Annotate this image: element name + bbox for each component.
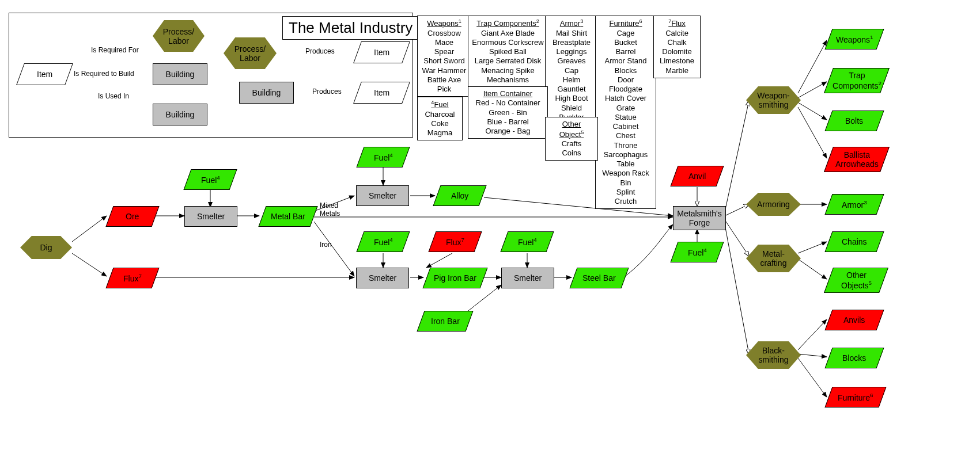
node-fuel2: Fuel4 [356,147,410,167]
node-smelter4: Smelter [501,268,554,288]
node-ore: Ore [105,206,159,227]
info-weapons: Weapons1CrossbowMaceSpearShort SwordWar … [417,16,471,97]
info-other: Other Object5CraftsCoins [545,117,598,161]
out-blocks: Blocks [824,348,884,368]
svg-line-26 [725,101,749,212]
svg-line-33 [798,107,827,158]
svg-line-39 [798,358,827,397]
legend-item: Item [16,63,73,85]
node-fuel5: Fuel4 [670,242,724,262]
node-fuel1: Fuel4 [183,169,237,190]
label-used-in: Is Used In [98,92,129,100]
info-fuel: 4FuelCharcoalCokeMagma [417,97,463,140]
info-furniture: Furniture6CageBucketBarrelArmor StandBlo… [595,16,656,209]
svg-line-28 [725,220,749,256]
svg-line-36 [798,259,827,279]
svg-line-5 [72,216,107,242]
out-armor: Armor3 [824,194,884,215]
node-ironbar: Iron Bar [417,311,473,332]
info-flux: 7FluxCalciteChalkDolomiteLimestoneMarble [653,16,701,78]
svg-line-27 [725,204,749,216]
svg-line-6 [72,253,107,276]
node-smelter3: Smelter [356,268,409,288]
out-weapons: Weapons1 [824,29,884,49]
svg-line-31 [798,82,827,98]
diagram-canvas: The Metal Industry Item Process/ Labor B… [0,0,980,457]
legend-building: Building [153,63,207,85]
legend-item3: Item [353,82,410,104]
label-req-build: Is Required to Build [74,70,134,78]
node-flux2: Flux7 [428,231,482,252]
out-ballista: Ballista Arrowheads [824,147,890,172]
node-flux: Flux7 [105,268,159,288]
label-produces2: Produces [312,87,342,96]
svg-line-18 [426,253,452,268]
node-alloy: Alloy [433,185,486,206]
svg-line-29 [725,224,749,354]
out-furniture: Furniture6 [824,387,886,408]
node-fuel4: Fuel4 [500,231,554,252]
svg-line-30 [798,40,827,93]
svg-line-35 [798,242,827,253]
node-metalbar: Metal Bar [258,206,317,227]
legend-item2: Item [353,41,410,63]
label-iron: Iron [320,241,332,249]
node-smelter1: Smelter [184,206,237,227]
out-anvils: Anvils [824,310,884,330]
node-anvil: Anvil [670,166,724,186]
svg-line-12 [314,222,354,276]
out-trap: Trap Components2 [824,68,890,93]
node-steelbar: Steel Bar [569,268,629,288]
info-container: Item ContainerRed - No ContainerGreen - … [468,86,548,139]
info-list: CrossbowMaceSpearShort SwordWar HammerBa… [422,29,467,94]
svg-line-37 [798,319,827,350]
info-trap: Trap Components2Giant Axe BladeEnormous … [468,16,548,87]
node-forge: Metalsmith's Forge [673,206,726,230]
legend-building2: Building [153,104,207,125]
out-bolts: Bolts [824,111,884,131]
label-produces1: Produces [305,47,335,55]
node-fuel3: Fuel4 [356,231,410,252]
legend-building3: Building [239,82,294,104]
diagram-title: The Metal Industry [282,16,419,40]
out-chains: Chains [824,231,884,252]
node-pigiron: Pig Iron Bar [422,268,487,288]
node-smelter2: Smelter [356,185,409,206]
out-other: Other Objects5 [824,268,888,293]
label-mixed-metals: Mixed Metals [320,201,340,218]
info-armor: Armor3Mail ShirtBreastplateLeggingsGreav… [545,16,598,125]
svg-line-38 [798,354,827,357]
svg-line-32 [798,102,827,120]
label-req-for: Is Required For [91,46,139,54]
